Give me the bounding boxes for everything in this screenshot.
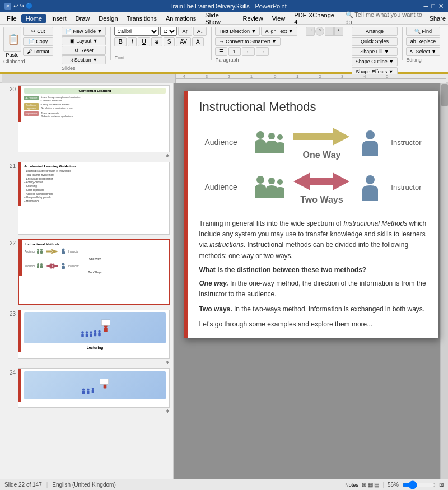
- find-btn[interactable]: 🔍 Find: [406, 27, 440, 36]
- audience-icon-1: [252, 128, 286, 156]
- menu-draw[interactable]: Draw: [71, 14, 95, 23]
- decrease-font-btn[interactable]: A↓: [193, 27, 207, 36]
- reset-btn[interactable]: ↺ Reset: [62, 46, 106, 55]
- increase-font-btn[interactable]: A↑: [178, 27, 192, 36]
- slide-thumb-24: [18, 368, 170, 408]
- svg-rect-49: [309, 178, 334, 185]
- slide-item-20[interactable]: 20 Contextual Learning AL Principle • Le…: [0, 83, 173, 155]
- menu-review[interactable]: Review: [239, 14, 268, 23]
- slide-item-22[interactable]: 22 Instructional Methods Audience: [0, 237, 173, 307]
- format-painter-btn[interactable]: 🖌 Format: [23, 47, 53, 56]
- svg-rect-9: [37, 265, 39, 268]
- vscrollbar[interactable]: [440, 83, 448, 479]
- bullets-btn[interactable]: ☰: [215, 47, 227, 56]
- s22-arrow-one: [46, 249, 58, 254]
- slide-item-24[interactable]: 24: [0, 366, 173, 410]
- layout-btn[interactable]: ▣ Layout ▼: [62, 36, 106, 45]
- font-color-btn[interactable]: A: [192, 37, 204, 46]
- s20-badge-trad: Traditional Approach: [24, 103, 39, 110]
- slide-accent-bar: [184, 91, 188, 338]
- select-btn[interactable]: ↖ Select ▼: [406, 47, 440, 56]
- shape-line[interactable]: /: [334, 27, 343, 36]
- svg-rect-3: [40, 251, 43, 254]
- replace-btn[interactable]: ab Replace: [406, 37, 440, 46]
- shape-circle[interactable]: ○: [315, 27, 324, 36]
- s22-person-group2: [35, 263, 44, 269]
- slide-title: Instructional Methods: [199, 100, 427, 114]
- svg-point-0: [37, 249, 39, 251]
- s22-instructor-label1: Instructor: [68, 250, 79, 253]
- ribbon-drawing: □ ○ → / Arrange Quick Styles Shape Fill …: [306, 27, 403, 60]
- menu-animations[interactable]: Animations: [161, 14, 200, 23]
- one-way-label: One Way: [302, 150, 340, 160]
- convert-smartart-btn[interactable]: ↔ Convert to SmartArt ▼: [215, 37, 280, 46]
- menu-pdfxchange[interactable]: PDF-XChange 4: [290, 11, 340, 26]
- svg-point-51: [366, 175, 375, 184]
- close-btn[interactable]: ✕: [438, 3, 444, 10]
- new-slide-btn[interactable]: 📄 New Slide ▼: [62, 27, 106, 36]
- section-btn[interactable]: § Section ▼: [62, 55, 106, 64]
- copy-btn[interactable]: 📄 Copy: [23, 37, 53, 46]
- slide-num-23: 23: [3, 311, 16, 317]
- indent-increase-btn[interactable]: →: [256, 47, 269, 56]
- zoom-slider[interactable]: [402, 483, 436, 487]
- menu-tell-me[interactable]: 🔍 Tell me what you want to do: [341, 10, 430, 26]
- align-text-btn[interactable]: Align Text ▼: [261, 27, 297, 36]
- instructor-icon-1: [358, 128, 383, 156]
- slide-marker-24: ✱: [0, 409, 173, 414]
- s20-text-al: • Learn through examples and application…: [40, 96, 81, 102]
- menu-file[interactable]: File: [2, 14, 21, 23]
- text-direction-btn[interactable]: Text Direction ▼: [215, 27, 260, 36]
- slide-content: Instructional Methods Audience: [188, 91, 438, 212]
- strikethrough-btn[interactable]: S̶: [151, 37, 162, 46]
- paragraph-label: Paragraph: [215, 56, 239, 63]
- shadow-btn[interactable]: S: [164, 37, 175, 46]
- paste-btn[interactable]: 📋: [3, 27, 21, 52]
- char-spacing-btn[interactable]: AV: [176, 37, 191, 46]
- menu-design[interactable]: Design: [94, 14, 122, 23]
- share-btn[interactable]: Share: [430, 15, 446, 22]
- menu-insert[interactable]: Insert: [46, 14, 71, 23]
- svg-point-17: [81, 331, 84, 334]
- shape-fill-btn[interactable]: Shape Fill ▼: [352, 47, 398, 56]
- minimize-btn[interactable]: ─: [424, 3, 428, 10]
- svg-point-39: [256, 131, 264, 139]
- s22-instructor2: [60, 263, 67, 269]
- underline-btn[interactable]: U: [138, 37, 150, 46]
- shape-rect[interactable]: □: [306, 27, 315, 36]
- shape-arrow[interactable]: →: [325, 27, 334, 36]
- intro-text: Training in general fits into the wide s…: [199, 218, 427, 262]
- bold-btn[interactable]: B: [114, 37, 126, 46]
- menu-home[interactable]: Home: [21, 14, 46, 23]
- maximize-btn[interactable]: □: [431, 3, 435, 10]
- svg-marker-4: [50, 249, 58, 254]
- menu-view[interactable]: View: [268, 14, 290, 23]
- vscroll-thumb[interactable]: [441, 84, 448, 106]
- slide-item-23[interactable]: 23: [0, 307, 173, 361]
- font-family-select[interactable]: Calibri: [114, 27, 159, 36]
- shape-outline-btn[interactable]: Shape Outline ▼: [352, 57, 398, 66]
- slide-item-21[interactable]: 21 Accelerated Learning Guidelines – Lea…: [0, 160, 173, 237]
- text-content: Training in general fits into the wide s…: [188, 212, 438, 338]
- view-icons[interactable]: ⊞ ▦ ▤: [362, 482, 380, 488]
- s22-instructor1: [60, 248, 67, 255]
- s22-instructor-label2: Instructor: [68, 265, 79, 268]
- main-slide: Instructional Methods Audience: [184, 91, 438, 338]
- cut-btn[interactable]: ✂ Cut: [23, 27, 53, 36]
- notes-btn[interactable]: Notes: [345, 482, 358, 488]
- instructor-label-2: Instructor: [391, 183, 421, 192]
- window-controls[interactable]: ─ □ ✕: [424, 3, 444, 10]
- italic-btn[interactable]: I: [128, 37, 137, 46]
- zoom-fit-btn[interactable]: ⊡: [439, 482, 444, 488]
- quick-styles-btn[interactable]: Quick Styles: [352, 37, 398, 46]
- menu-transitions[interactable]: Transitions: [123, 14, 161, 23]
- svg-rect-7: [62, 251, 65, 254]
- instructor-label-1: Instructor: [391, 138, 421, 147]
- editing-label: Editing: [406, 56, 422, 63]
- indent-decrease-btn[interactable]: ←: [242, 47, 255, 56]
- menu-slideshow[interactable]: Slide Show: [200, 11, 238, 26]
- font-size-select[interactable]: 12: [160, 27, 177, 36]
- svg-rect-1: [37, 251, 39, 254]
- numbering-btn[interactable]: 1.: [228, 47, 241, 56]
- arrange-btn[interactable]: Arrange: [352, 27, 398, 36]
